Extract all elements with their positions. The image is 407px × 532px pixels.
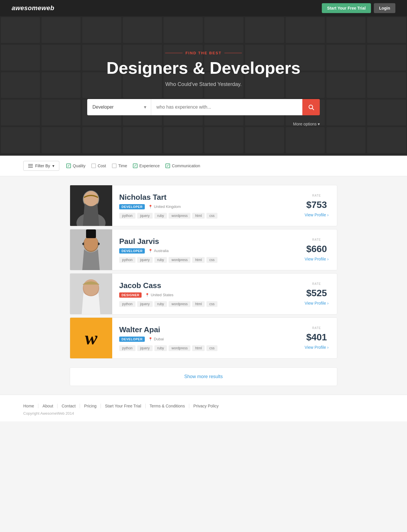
- rate-label-jacob: RATE: [312, 282, 321, 285]
- tag: ruby: [154, 345, 167, 351]
- result-card-nicholas: Nicholas Tart DEVELOPER 📍 United Kingdom…: [70, 185, 337, 226]
- location-walter: 📍 Dubai: [148, 337, 164, 341]
- tag: css: [206, 301, 217, 307]
- avatar-paul: [70, 229, 112, 270]
- tag: jquery: [137, 257, 153, 263]
- more-options-button[interactable]: More options ▾: [293, 122, 320, 126]
- experience-checkbox[interactable]: [133, 163, 138, 168]
- tags-paul: python jquery ruby wordpress html css: [119, 257, 289, 263]
- tag: jquery: [137, 301, 153, 307]
- search-bar: Developer Designer ▼ More options ▾: [87, 99, 320, 115]
- search-input[interactable]: [151, 99, 302, 115]
- avatar-nicholas: [70, 185, 112, 226]
- time-checkbox[interactable]: [112, 163, 117, 168]
- footer: Home About Contact Pricing Start Your Fr…: [0, 395, 407, 421]
- quality-checkbox[interactable]: [66, 163, 71, 168]
- result-body-nicholas: Nicholas Tart DEVELOPER 📍 United Kingdom…: [112, 187, 296, 224]
- filter-chevron-icon: ▾: [52, 163, 54, 168]
- tag: python: [119, 257, 135, 263]
- hero-subtitle: FIND THE BEST: [87, 51, 320, 55]
- view-profile-nicholas[interactable]: View Profile ›: [305, 213, 329, 217]
- role-select[interactable]: Developer Designer: [87, 99, 151, 115]
- rate-value-paul: $660: [306, 244, 327, 254]
- footer-copyright: Copyright AwesomeWeb 2014: [23, 411, 384, 416]
- cost-checkbox[interactable]: [91, 163, 96, 168]
- result-name-walter: Walter Apai: [119, 325, 289, 334]
- hero-content: FIND THE BEST Designers & Developers Who…: [87, 51, 320, 115]
- filter-time[interactable]: Time: [112, 163, 127, 168]
- tag: css: [206, 213, 217, 219]
- location-icon-nicholas: 📍: [148, 205, 153, 209]
- tag: jquery: [137, 345, 153, 351]
- result-body-paul: Paul Jarvis DEVELOPER 📍 Australia python…: [112, 231, 296, 269]
- chevron-right-icon: ›: [327, 213, 329, 217]
- location-jacob: 📍 United States: [145, 293, 173, 297]
- view-profile-paul[interactable]: View Profile ›: [305, 257, 329, 261]
- rate-nicholas: RATE $753 View Profile ›: [296, 185, 337, 226]
- avatar-jacob: [70, 274, 112, 314]
- location-icon-jacob: 📍: [145, 293, 149, 297]
- tag: html: [192, 345, 205, 351]
- tag: python: [119, 213, 135, 219]
- hero-section: FIND THE BEST Designers & Developers Who…: [0, 16, 407, 156]
- role-badge-nicholas: DEVELOPER: [119, 204, 145, 209]
- location-icon-paul: 📍: [148, 249, 153, 253]
- footer-link-contact[interactable]: Contact: [58, 404, 80, 408]
- result-body-walter: Walter Apai DEVELOPER 📍 Dubai python jqu…: [112, 319, 296, 357]
- footer-link-terms[interactable]: Terms & Conditions: [146, 404, 189, 408]
- tags-jacob: python jquery ruby wordpress html css: [119, 301, 289, 307]
- filter-bar: Filter By ▾ Quality Cost Time Experience…: [0, 156, 407, 176]
- footer-link-about[interactable]: About: [38, 404, 58, 408]
- footer-link-home[interactable]: Home: [23, 404, 38, 408]
- tags-walter: python jquery ruby wordpress html css: [119, 345, 289, 351]
- footer-link-trial[interactable]: Start Your Free Trial: [101, 404, 146, 408]
- location-icon-walter: 📍: [148, 337, 153, 341]
- avatar-walter-letter: w: [85, 327, 97, 349]
- result-name-paul: Paul Jarvis: [119, 237, 289, 246]
- hamburger-icon: [28, 164, 33, 168]
- tag: wordpress: [169, 345, 190, 351]
- tag: python: [119, 301, 135, 307]
- hero-title: Designers & Developers: [87, 59, 320, 77]
- tag: jquery: [137, 213, 153, 219]
- view-profile-jacob[interactable]: View Profile ›: [305, 301, 329, 305]
- filter-experience[interactable]: Experience: [133, 163, 160, 168]
- svg-line-1: [312, 108, 314, 110]
- search-button[interactable]: [302, 99, 320, 115]
- chevron-right-icon: ›: [327, 301, 329, 305]
- filter-cost[interactable]: Cost: [91, 163, 106, 168]
- svg-point-6: [84, 191, 98, 206]
- rate-value-walter: $401: [306, 332, 327, 343]
- rate-value-jacob: $525: [306, 288, 327, 299]
- navbar: awesomeweb Start Your Free Trial Login: [0, 0, 407, 16]
- result-body-jacob: Jacob Cass DESIGNER 📍 United States pyth…: [112, 275, 296, 313]
- communication-checkbox[interactable]: [165, 163, 170, 168]
- rate-label-nicholas: RATE: [312, 194, 321, 197]
- tag: html: [192, 301, 205, 307]
- show-more-button[interactable]: Show more results: [70, 367, 337, 386]
- login-button[interactable]: Login: [374, 3, 395, 13]
- role-badge-jacob: DESIGNER: [119, 292, 142, 298]
- filter-quality[interactable]: Quality: [66, 163, 85, 168]
- filter-by-button[interactable]: Filter By ▾: [23, 161, 59, 171]
- role-badge-walter: DEVELOPER: [119, 337, 145, 342]
- tag: css: [206, 345, 217, 351]
- result-meta-paul: DEVELOPER 📍 Australia: [119, 248, 289, 254]
- filter-communication[interactable]: Communication: [165, 163, 200, 168]
- result-card-paul: Paul Jarvis DEVELOPER 📍 Australia python…: [70, 229, 337, 270]
- trial-button[interactable]: Start Your Free Trial: [322, 3, 371, 13]
- tag: ruby: [154, 301, 167, 307]
- view-profile-walter[interactable]: View Profile ›: [305, 345, 329, 350]
- result-name-jacob: Jacob Cass: [119, 281, 289, 290]
- search-select-wrap: Developer Designer ▼: [87, 99, 151, 115]
- result-name-nicholas: Nicholas Tart: [119, 193, 289, 202]
- footer-link-privacy[interactable]: Privacy Policy: [189, 404, 223, 408]
- tag: wordpress: [169, 213, 190, 219]
- result-card-jacob: Jacob Cass DESIGNER 📍 United States pyth…: [70, 273, 337, 314]
- rate-jacob: RATE $525 View Profile ›: [296, 274, 337, 314]
- result-card-walter: w Walter Apai DEVELOPER 📍 Dubai python j…: [70, 317, 337, 359]
- location-paul: 📍 Australia: [148, 249, 169, 253]
- rate-value-nicholas: $753: [306, 200, 327, 210]
- tag: python: [119, 345, 135, 351]
- footer-link-pricing[interactable]: Pricing: [80, 404, 101, 408]
